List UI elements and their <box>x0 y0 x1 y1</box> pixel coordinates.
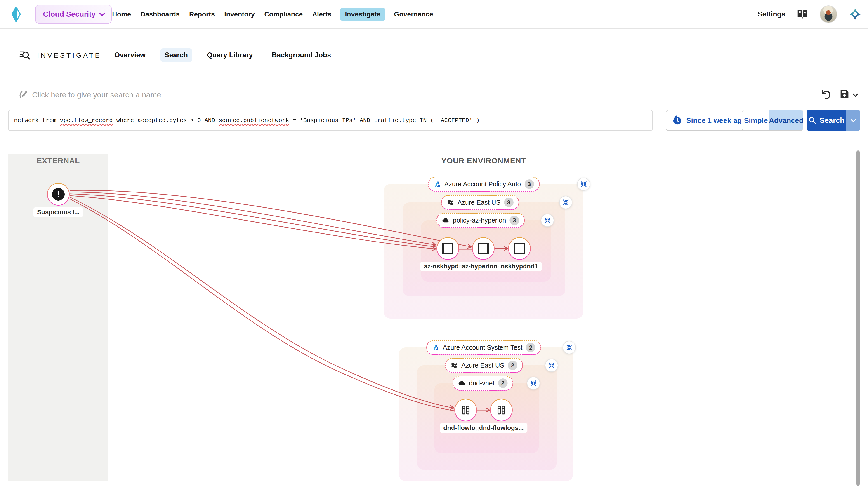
collapse-group-button[interactable] <box>541 214 554 227</box>
collapse-group-button[interactable] <box>563 341 576 354</box>
group-pill-account[interactable]: Azure Account System Test 2 <box>426 340 541 355</box>
tab-query-library[interactable]: Query Library <box>203 48 257 62</box>
collapse-icon <box>562 199 569 206</box>
group-pill-region[interactable]: Azure East US 2 <box>445 358 523 373</box>
time-range-value: Since 1 week ago <box>686 116 746 125</box>
node-label: Suspicious I... <box>33 207 83 217</box>
collapse-icon <box>530 380 537 387</box>
group-label: policy-az-hyperion <box>453 217 506 224</box>
org-logo-icon[interactable] <box>848 8 862 21</box>
flowlog-icon <box>496 405 506 415</box>
nav-inventory[interactable]: Inventory <box>223 8 256 21</box>
nav-reports[interactable]: Reports <box>188 8 216 21</box>
region-icon <box>447 199 454 206</box>
azure-icon <box>434 181 441 188</box>
node-subnet[interactable] <box>508 237 531 260</box>
count-badge: 3 <box>524 180 534 189</box>
node-flowlog[interactable] <box>454 399 477 421</box>
section-divider <box>0 74 868 74</box>
cloud-icon <box>442 217 449 224</box>
tab-overview[interactable]: Overview <box>110 48 150 62</box>
undo-button[interactable] <box>820 89 832 100</box>
node-label: dnd-flowlogs... <box>475 423 527 433</box>
graph-right-border <box>855 154 855 481</box>
nav-investigate[interactable]: Investigate <box>340 8 385 21</box>
group-network-container <box>434 383 539 453</box>
collapse-group-button[interactable] <box>545 359 558 372</box>
search-split-button[interactable]: Search <box>807 110 860 131</box>
chevron-down-icon <box>850 117 856 122</box>
query-text: network from <box>14 117 60 124</box>
node-subnet[interactable] <box>472 237 495 260</box>
edit-pencil-icon <box>19 90 29 99</box>
collapse-group-button[interactable] <box>577 177 590 191</box>
cloud-icon <box>458 380 465 387</box>
node-label: nskhypdnd1 <box>497 262 542 271</box>
collapse-icon <box>565 344 573 351</box>
exclamation-icon: ! <box>52 188 65 201</box>
azure-icon <box>432 344 439 351</box>
count-badge: 2 <box>526 343 535 352</box>
query-input[interactable]: network from vpc.flow_record where accep… <box>8 110 653 131</box>
search-button[interactable]: Search <box>807 110 846 131</box>
query-mode-toggle: Simple Advanced <box>742 110 803 131</box>
search-button-label: Search <box>819 116 844 125</box>
user-avatar[interactable] <box>819 5 837 23</box>
group-label: Azure Account System Test <box>443 344 522 351</box>
subnet-icon <box>477 243 489 254</box>
mode-simple[interactable]: Simple <box>742 110 770 130</box>
group-pill-network[interactable]: dnd-vnet 2 <box>453 376 513 391</box>
investigate-tabs: Overview Search Query Library Background… <box>110 45 335 65</box>
nav-alerts[interactable]: Alerts <box>311 8 332 21</box>
tab-search[interactable]: Search <box>160 48 192 62</box>
flowlog-icon <box>460 405 471 415</box>
collapse-icon <box>548 362 555 369</box>
collapse-group-button[interactable] <box>527 377 540 390</box>
node-flowlog[interactable] <box>490 399 513 421</box>
save-icon <box>839 89 850 100</box>
nav-dashboards[interactable]: Dashboards <box>140 8 180 21</box>
search-options-caret[interactable] <box>846 110 860 131</box>
region-icon <box>451 362 458 369</box>
count-badge: 3 <box>510 216 519 225</box>
nav-compliance[interactable]: Compliance <box>264 8 304 21</box>
node-subnet[interactable] <box>436 237 459 260</box>
chevron-down-icon <box>99 11 105 16</box>
magnifier-icon <box>808 116 816 125</box>
external-header: EXTERNAL <box>37 156 80 165</box>
product-switcher[interactable]: Cloud Security <box>35 4 112 24</box>
app-logo-icon[interactable] <box>10 5 22 24</box>
query-text: where accepted.bytes > 0 AND <box>113 117 219 124</box>
docs-book-icon[interactable] <box>797 9 808 20</box>
mode-advanced[interactable]: Advanced <box>770 110 803 130</box>
clock-icon <box>672 116 682 125</box>
save-search-button[interactable] <box>839 89 857 100</box>
main-nav: Home Dashboards Reports Inventory Compli… <box>111 0 434 29</box>
page: Cloud Security Home Dashboards Reports I… <box>0 0 868 488</box>
group-pill-region[interactable]: Azure East US 3 <box>441 195 519 210</box>
nav-home[interactable]: Home <box>111 8 132 21</box>
query-text: = 'Suspicious IPs' AND traffic.type IN (… <box>289 117 480 124</box>
group-pill-account[interactable]: Azure Account Policy Auto 3 <box>428 177 540 192</box>
investigate-section-icon <box>19 50 31 61</box>
subnet-icon <box>442 243 454 254</box>
group-pill-network[interactable]: policy-az-hyperion 3 <box>436 213 525 228</box>
nav-settings[interactable]: Settings <box>758 10 785 18</box>
group-label: Azure Account Policy Auto <box>444 181 521 188</box>
vertical-divider <box>101 47 101 63</box>
count-badge: 2 <box>498 379 507 388</box>
vertical-scrollbar[interactable] <box>857 151 860 486</box>
group-label: dnd-vnet <box>469 380 495 387</box>
nav-governance[interactable]: Governance <box>393 8 434 21</box>
group-label: Azure East US <box>461 362 504 369</box>
count-badge: 2 <box>508 361 518 370</box>
group-label: Azure East US <box>458 199 500 206</box>
query-token-underlined: vpc.flow_record <box>60 117 113 124</box>
tab-background-jobs[interactable]: Background Jobs <box>268 48 335 62</box>
query-token-underlined: source.publicnetwork <box>219 117 289 124</box>
search-name-input[interactable]: Click here to give your search a name <box>32 90 161 99</box>
collapse-group-button[interactable] <box>559 196 572 209</box>
node-suspicious-ips[interactable]: ! <box>47 183 70 205</box>
collapse-icon <box>544 217 551 224</box>
environment-header: YOUR ENVIRONMENT <box>441 156 526 165</box>
